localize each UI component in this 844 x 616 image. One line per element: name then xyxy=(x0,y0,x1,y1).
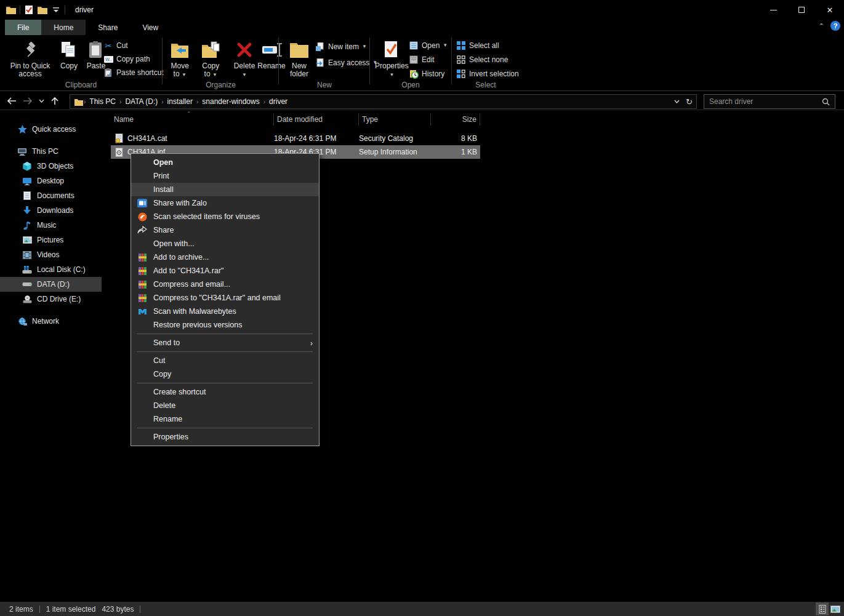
file-list: ˆ Name Date modified Type Size CH341A.ca… xyxy=(111,111,480,159)
copy-path-button[interactable]: W.. Copy path xyxy=(103,54,164,65)
breadcrumb-item[interactable]: DATA (D:) xyxy=(121,97,161,106)
pin-to-quick-access-button[interactable]: Pin to Quick access xyxy=(5,39,55,79)
menu-item-share-with-zalo[interactable]: Share with Zalo xyxy=(131,196,319,210)
history-icon xyxy=(409,69,419,79)
sidebar-item-3d-objects[interactable]: 3D Objects xyxy=(0,159,102,174)
menu-item-scan-for-viruses[interactable]: Scan selected items for viruses xyxy=(131,210,319,223)
tab-view[interactable]: View xyxy=(130,20,171,35)
breadcrumb-item[interactable]: driver xyxy=(265,97,291,106)
paste-shortcut-button[interactable]: Paste shortcut xyxy=(103,67,164,78)
delete-button[interactable]: Delete▼ xyxy=(231,39,258,79)
new-item-button[interactable]: New item ▼ xyxy=(315,41,377,52)
history-button[interactable]: History xyxy=(409,68,448,79)
address-dropdown-icon[interactable] xyxy=(674,100,680,103)
menu-item-send-to[interactable]: Send to› xyxy=(131,336,319,350)
open-button[interactable]: Open ▼ xyxy=(409,40,448,51)
menu-item-compress-to-rar-and-email[interactable]: Compress to "CH341A.rar" and email xyxy=(131,291,319,305)
minimize-button[interactable] xyxy=(759,0,787,20)
refresh-icon[interactable]: ↻ xyxy=(686,97,693,106)
ribbon-divider xyxy=(162,38,163,84)
properties-icon xyxy=(381,40,402,60)
sidebar-item-music[interactable]: Music xyxy=(0,218,102,233)
menu-item-open[interactable]: Open xyxy=(131,156,319,169)
menu-item-rename[interactable]: Rename xyxy=(131,412,319,426)
column-header-date-modified[interactable]: Date modified xyxy=(274,113,359,126)
copy-icon xyxy=(58,40,79,60)
invert-selection-button[interactable]: Invert selection xyxy=(456,68,519,79)
edit-button[interactable]: Edit xyxy=(409,54,448,65)
qat-divider xyxy=(65,6,65,14)
properties-check-icon[interactable] xyxy=(24,5,34,15)
file-row-ch341a-cat[interactable]: CH341A.cat 18-Apr-24 6:31 PM Security Ca… xyxy=(111,132,480,145)
star-icon xyxy=(17,124,27,134)
copy-button[interactable]: Copy xyxy=(55,39,82,71)
column-header-size[interactable]: Size xyxy=(431,113,480,126)
security-catalog-file-icon xyxy=(114,134,124,143)
menu-item-add-to-archive[interactable]: Add to archive... xyxy=(131,250,319,264)
sidebar-item-cd-drive-e[interactable]: CD Drive (E:) xyxy=(0,292,102,306)
sidebar-item-network[interactable]: Network xyxy=(0,314,102,329)
menu-item-restore-previous-versions[interactable]: Restore previous versions xyxy=(131,318,319,332)
sidebar-item-downloads[interactable]: Downloads xyxy=(0,203,102,218)
menu-item-copy[interactable]: Copy xyxy=(131,367,319,381)
breadcrumb-item[interactable]: installer xyxy=(164,97,196,106)
menu-item-create-shortcut[interactable]: Create shortcut xyxy=(131,385,319,399)
copy-to-button[interactable]: Copy to ▼ xyxy=(196,39,227,79)
sidebar-item-pictures[interactable]: Pictures xyxy=(0,233,102,247)
status-divider xyxy=(140,606,140,613)
easy-access-button[interactable]: Easy access ▼ xyxy=(315,57,377,68)
new-folder-qat-icon[interactable] xyxy=(38,5,47,15)
document-icon xyxy=(22,191,32,201)
cut-button[interactable]: ✂ Cut xyxy=(103,40,164,51)
menu-separator xyxy=(137,351,313,352)
sidebar-item-quick-access[interactable]: Quick access xyxy=(0,122,102,137)
sidebar-item-documents[interactable]: Documents xyxy=(0,188,102,203)
selection-size: 423 bytes xyxy=(102,605,134,614)
menu-item-scan-with-malwarebytes[interactable]: Scan with Malwarebytes xyxy=(131,305,319,318)
menu-item-share[interactable]: Share xyxy=(131,223,319,237)
menu-item-print[interactable]: Print xyxy=(131,169,319,183)
back-button[interactable] xyxy=(4,94,20,108)
sidebar-item-local-disk-c[interactable]: Local Disk (C:) xyxy=(0,262,102,277)
menu-item-compress-and-email[interactable]: Compress and email... xyxy=(131,278,319,291)
new-item-icon xyxy=(315,42,325,52)
sidebar-item-data-d[interactable]: DATA (D:) xyxy=(0,277,102,292)
qat-divider xyxy=(20,6,20,14)
select-none-button[interactable]: Select none xyxy=(456,54,519,65)
tab-home[interactable]: Home xyxy=(41,20,86,35)
menu-item-cut[interactable]: Cut xyxy=(131,354,319,367)
collapse-ribbon-icon[interactable]: ⌃ xyxy=(819,22,824,30)
select-all-button[interactable]: Select all xyxy=(456,40,519,51)
search-box[interactable]: Search driver xyxy=(704,94,835,109)
up-button[interactable] xyxy=(47,94,63,108)
selection-count: 1 item selected xyxy=(46,605,96,614)
close-button[interactable]: ✕ xyxy=(816,0,844,20)
column-header-type[interactable]: Type xyxy=(359,113,431,126)
thumbnail-view-button[interactable] xyxy=(829,602,842,615)
sidebar-item-videos[interactable]: Videos xyxy=(0,247,102,262)
properties-button[interactable]: Properties▼ xyxy=(372,39,412,79)
sidebar-item-this-pc[interactable]: This PC xyxy=(0,144,102,159)
breadcrumb-item[interactable]: snander-windows xyxy=(198,97,263,106)
chevron-down-icon: ▼ xyxy=(362,44,367,49)
address-bar[interactable]: › This PC › DATA (D:) › installer › snan… xyxy=(70,94,697,109)
forward-button[interactable] xyxy=(20,94,36,108)
maximize-button[interactable] xyxy=(787,0,816,20)
breadcrumb-item[interactable]: This PC xyxy=(86,97,119,106)
details-view-button[interactable] xyxy=(816,602,829,615)
menu-item-install[interactable]: Install xyxy=(131,183,319,196)
menu-item-properties[interactable]: Properties xyxy=(131,430,319,444)
recent-locations-button[interactable] xyxy=(36,94,47,108)
column-header-name[interactable]: Name xyxy=(111,113,274,126)
edit-icon xyxy=(409,55,419,65)
help-icon[interactable]: ? xyxy=(830,21,840,31)
menu-item-delete[interactable]: Delete xyxy=(131,399,319,412)
sidebar-item-desktop[interactable]: Desktop xyxy=(0,174,102,188)
menu-item-add-to-rar[interactable]: Add to "CH341A.rar" xyxy=(131,264,319,278)
menu-item-open-with[interactable]: Open with... xyxy=(131,237,319,250)
tab-file[interactable]: File xyxy=(5,20,41,35)
tab-share[interactable]: Share xyxy=(86,20,130,35)
move-to-button[interactable]: Move to ▼ xyxy=(164,39,196,79)
customize-qat-chevron-icon[interactable] xyxy=(51,5,61,15)
new-folder-button[interactable]: New folder xyxy=(282,39,316,79)
